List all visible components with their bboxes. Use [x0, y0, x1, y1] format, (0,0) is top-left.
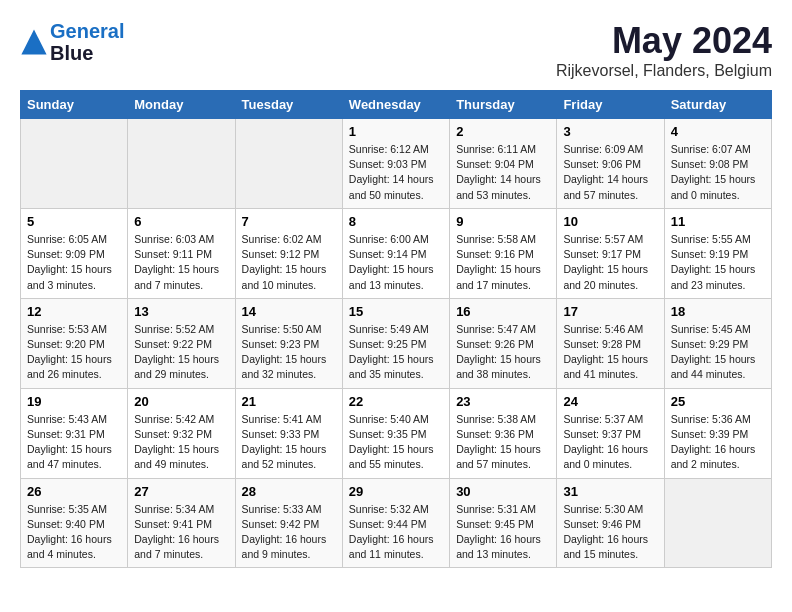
day-info: Sunrise: 6:05 AM Sunset: 9:09 PM Dayligh…: [27, 232, 121, 293]
day-number: 28: [242, 484, 336, 499]
day-number: 23: [456, 394, 550, 409]
day-number: 9: [456, 214, 550, 229]
day-info: Sunrise: 5:34 AM Sunset: 9:41 PM Dayligh…: [134, 502, 228, 563]
day-number: 31: [563, 484, 657, 499]
day-info: Sunrise: 5:33 AM Sunset: 9:42 PM Dayligh…: [242, 502, 336, 563]
calendar-week-5: 26Sunrise: 5:35 AM Sunset: 9:40 PM Dayli…: [21, 478, 772, 568]
day-number: 1: [349, 124, 443, 139]
day-number: 12: [27, 304, 121, 319]
logo-icon: [20, 28, 48, 56]
day-info: Sunrise: 5:35 AM Sunset: 9:40 PM Dayligh…: [27, 502, 121, 563]
calendar-cell: [235, 119, 342, 209]
header-monday: Monday: [128, 91, 235, 119]
day-number: 4: [671, 124, 765, 139]
day-info: Sunrise: 5:46 AM Sunset: 9:28 PM Dayligh…: [563, 322, 657, 383]
day-number: 8: [349, 214, 443, 229]
calendar-cell: 5Sunrise: 6:05 AM Sunset: 9:09 PM Daylig…: [21, 208, 128, 298]
day-info: Sunrise: 5:41 AM Sunset: 9:33 PM Dayligh…: [242, 412, 336, 473]
page-header: General Blue May 2024 Rijkevorsel, Fland…: [20, 20, 772, 80]
day-info: Sunrise: 5:40 AM Sunset: 9:35 PM Dayligh…: [349, 412, 443, 473]
calendar-cell: 9Sunrise: 5:58 AM Sunset: 9:16 PM Daylig…: [450, 208, 557, 298]
calendar-cell: 16Sunrise: 5:47 AM Sunset: 9:26 PM Dayli…: [450, 298, 557, 388]
day-number: 25: [671, 394, 765, 409]
day-info: Sunrise: 5:55 AM Sunset: 9:19 PM Dayligh…: [671, 232, 765, 293]
calendar-cell: 21Sunrise: 5:41 AM Sunset: 9:33 PM Dayli…: [235, 388, 342, 478]
calendar-cell: 11Sunrise: 5:55 AM Sunset: 9:19 PM Dayli…: [664, 208, 771, 298]
logo: General Blue: [20, 20, 124, 64]
day-info: Sunrise: 5:38 AM Sunset: 9:36 PM Dayligh…: [456, 412, 550, 473]
calendar-cell: 23Sunrise: 5:38 AM Sunset: 9:36 PM Dayli…: [450, 388, 557, 478]
location: Rijkevorsel, Flanders, Belgium: [556, 62, 772, 80]
calendar-week-3: 12Sunrise: 5:53 AM Sunset: 9:20 PM Dayli…: [21, 298, 772, 388]
day-number: 10: [563, 214, 657, 229]
calendar-cell: 1Sunrise: 6:12 AM Sunset: 9:03 PM Daylig…: [342, 119, 449, 209]
calendar-cell: 7Sunrise: 6:02 AM Sunset: 9:12 PM Daylig…: [235, 208, 342, 298]
day-number: 24: [563, 394, 657, 409]
logo-blue: Blue: [50, 42, 93, 64]
calendar-cell: 26Sunrise: 5:35 AM Sunset: 9:40 PM Dayli…: [21, 478, 128, 568]
header-wednesday: Wednesday: [342, 91, 449, 119]
calendar-cell: 10Sunrise: 5:57 AM Sunset: 9:17 PM Dayli…: [557, 208, 664, 298]
day-info: Sunrise: 6:07 AM Sunset: 9:08 PM Dayligh…: [671, 142, 765, 203]
calendar-table: SundayMondayTuesdayWednesdayThursdayFrid…: [20, 90, 772, 568]
day-info: Sunrise: 5:47 AM Sunset: 9:26 PM Dayligh…: [456, 322, 550, 383]
month-title: May 2024: [556, 20, 772, 62]
calendar-cell: 17Sunrise: 5:46 AM Sunset: 9:28 PM Dayli…: [557, 298, 664, 388]
title-block: May 2024 Rijkevorsel, Flanders, Belgium: [556, 20, 772, 80]
day-number: 7: [242, 214, 336, 229]
day-info: Sunrise: 6:09 AM Sunset: 9:06 PM Dayligh…: [563, 142, 657, 203]
day-info: Sunrise: 6:02 AM Sunset: 9:12 PM Dayligh…: [242, 232, 336, 293]
day-number: 2: [456, 124, 550, 139]
calendar-cell: 3Sunrise: 6:09 AM Sunset: 9:06 PM Daylig…: [557, 119, 664, 209]
calendar-week-4: 19Sunrise: 5:43 AM Sunset: 9:31 PM Dayli…: [21, 388, 772, 478]
day-number: 5: [27, 214, 121, 229]
day-number: 13: [134, 304, 228, 319]
calendar-cell: 8Sunrise: 6:00 AM Sunset: 9:14 PM Daylig…: [342, 208, 449, 298]
header-friday: Friday: [557, 91, 664, 119]
day-info: Sunrise: 6:03 AM Sunset: 9:11 PM Dayligh…: [134, 232, 228, 293]
calendar-cell: 2Sunrise: 6:11 AM Sunset: 9:04 PM Daylig…: [450, 119, 557, 209]
calendar-cell: 28Sunrise: 5:33 AM Sunset: 9:42 PM Dayli…: [235, 478, 342, 568]
day-number: 18: [671, 304, 765, 319]
day-number: 14: [242, 304, 336, 319]
calendar-cell: [664, 478, 771, 568]
day-number: 20: [134, 394, 228, 409]
day-info: Sunrise: 5:42 AM Sunset: 9:32 PM Dayligh…: [134, 412, 228, 473]
calendar-cell: [128, 119, 235, 209]
day-info: Sunrise: 5:57 AM Sunset: 9:17 PM Dayligh…: [563, 232, 657, 293]
day-number: 26: [27, 484, 121, 499]
calendar-cell: 14Sunrise: 5:50 AM Sunset: 9:23 PM Dayli…: [235, 298, 342, 388]
day-number: 22: [349, 394, 443, 409]
day-number: 15: [349, 304, 443, 319]
calendar-week-1: 1Sunrise: 6:12 AM Sunset: 9:03 PM Daylig…: [21, 119, 772, 209]
header-tuesday: Tuesday: [235, 91, 342, 119]
calendar-body: 1Sunrise: 6:12 AM Sunset: 9:03 PM Daylig…: [21, 119, 772, 568]
calendar-cell: 25Sunrise: 5:36 AM Sunset: 9:39 PM Dayli…: [664, 388, 771, 478]
calendar-cell: 13Sunrise: 5:52 AM Sunset: 9:22 PM Dayli…: [128, 298, 235, 388]
day-info: Sunrise: 5:31 AM Sunset: 9:45 PM Dayligh…: [456, 502, 550, 563]
day-info: Sunrise: 5:58 AM Sunset: 9:16 PM Dayligh…: [456, 232, 550, 293]
day-number: 21: [242, 394, 336, 409]
day-number: 6: [134, 214, 228, 229]
calendar-cell: 15Sunrise: 5:49 AM Sunset: 9:25 PM Dayli…: [342, 298, 449, 388]
calendar-cell: [21, 119, 128, 209]
day-info: Sunrise: 5:45 AM Sunset: 9:29 PM Dayligh…: [671, 322, 765, 383]
day-number: 11: [671, 214, 765, 229]
calendar-cell: 12Sunrise: 5:53 AM Sunset: 9:20 PM Dayli…: [21, 298, 128, 388]
calendar-cell: 29Sunrise: 5:32 AM Sunset: 9:44 PM Dayli…: [342, 478, 449, 568]
day-info: Sunrise: 5:43 AM Sunset: 9:31 PM Dayligh…: [27, 412, 121, 473]
logo-general: General: [50, 20, 124, 42]
day-info: Sunrise: 5:37 AM Sunset: 9:37 PM Dayligh…: [563, 412, 657, 473]
day-info: Sunrise: 5:36 AM Sunset: 9:39 PM Dayligh…: [671, 412, 765, 473]
calendar-cell: 19Sunrise: 5:43 AM Sunset: 9:31 PM Dayli…: [21, 388, 128, 478]
header-thursday: Thursday: [450, 91, 557, 119]
day-info: Sunrise: 6:00 AM Sunset: 9:14 PM Dayligh…: [349, 232, 443, 293]
day-number: 16: [456, 304, 550, 319]
header-saturday: Saturday: [664, 91, 771, 119]
day-number: 30: [456, 484, 550, 499]
calendar-cell: 20Sunrise: 5:42 AM Sunset: 9:32 PM Dayli…: [128, 388, 235, 478]
calendar-cell: 6Sunrise: 6:03 AM Sunset: 9:11 PM Daylig…: [128, 208, 235, 298]
calendar-cell: 24Sunrise: 5:37 AM Sunset: 9:37 PM Dayli…: [557, 388, 664, 478]
calendar-cell: 4Sunrise: 6:07 AM Sunset: 9:08 PM Daylig…: [664, 119, 771, 209]
calendar-cell: 30Sunrise: 5:31 AM Sunset: 9:45 PM Dayli…: [450, 478, 557, 568]
